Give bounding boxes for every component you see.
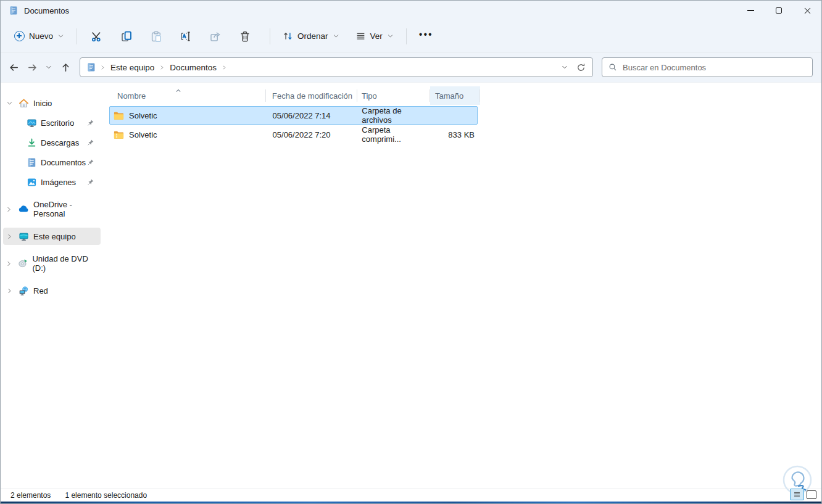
toolbar-separator bbox=[270, 28, 270, 44]
sidebar-item-este-equipo[interactable]: Este equipo bbox=[3, 228, 101, 245]
search-icon bbox=[608, 63, 617, 72]
breadcrumb-chevron-icon bbox=[100, 65, 106, 70]
copy-button[interactable] bbox=[114, 25, 139, 48]
network-icon bbox=[19, 286, 29, 296]
breadcrumb-documentos[interactable]: Documentos bbox=[168, 63, 218, 72]
sidebar-item-dvd-drive[interactable]: Unidad de DVD (D:) bbox=[3, 255, 101, 272]
items-count: 2 elementos bbox=[10, 491, 51, 500]
this-pc-icon bbox=[19, 231, 29, 242]
file-row-solvetic-folder[interactable]: Solvetic 05/06/2022 7:14 Carpeta de arch… bbox=[109, 106, 478, 125]
pin-icon bbox=[87, 139, 94, 146]
chevron-right-icon[interactable] bbox=[6, 233, 13, 240]
navigation-pane: Inicio Escritorio Descargas Documentos I… bbox=[1, 83, 103, 489]
search-input[interactable] bbox=[623, 63, 807, 72]
arrow-up-icon bbox=[60, 62, 71, 73]
search-box[interactable] bbox=[602, 57, 813, 77]
sidebar-item-escritorio[interactable]: Escritorio bbox=[3, 114, 101, 131]
file-name: Solvetic bbox=[129, 111, 157, 120]
sidebar-item-label: Inicio bbox=[33, 99, 52, 108]
breadcrumb-chevron-icon bbox=[222, 65, 227, 70]
trash-icon bbox=[239, 30, 251, 43]
desktop-icon bbox=[27, 118, 37, 128]
chevron-right-icon[interactable] bbox=[6, 206, 12, 213]
close-button[interactable] bbox=[793, 1, 821, 20]
column-header-tipo[interactable]: Tipo bbox=[357, 86, 430, 105]
refresh-icon bbox=[576, 63, 586, 72]
sort-button-label: Ordenar bbox=[297, 31, 328, 41]
column-header-nombre[interactable]: Nombre bbox=[109, 86, 266, 105]
cut-icon bbox=[91, 30, 103, 43]
minimize-button[interactable] bbox=[736, 1, 765, 20]
details-view-toggle[interactable] bbox=[790, 489, 804, 500]
pictures-icon bbox=[27, 177, 37, 188]
pin-icon bbox=[87, 119, 94, 126]
chevron-right-icon[interactable] bbox=[6, 287, 13, 294]
large-icons-view-toggle[interactable] bbox=[807, 490, 816, 499]
sidebar-item-label: Unidad de DVD (D:) bbox=[32, 254, 101, 273]
back-button[interactable] bbox=[4, 58, 23, 76]
arrow-left-icon bbox=[9, 62, 19, 73]
address-dropdown-button[interactable] bbox=[557, 59, 573, 75]
copy-icon bbox=[120, 30, 133, 43]
chevron-right-icon[interactable] bbox=[6, 260, 12, 267]
sidebar-item-imagenes[interactable]: Imágenes bbox=[3, 173, 101, 191]
arrow-right-icon bbox=[27, 62, 38, 73]
file-row-solvetic-zip[interactable]: Solvetic 05/06/2022 7:20 Carpeta comprim… bbox=[109, 125, 478, 144]
forward-button[interactable] bbox=[23, 58, 41, 76]
rename-icon bbox=[180, 30, 192, 43]
address-bar[interactable]: Este equipo Documentos bbox=[80, 57, 593, 77]
file-explorer-window: Documentos Nuevo Ordenar Ver bbox=[0, 0, 822, 504]
refresh-button[interactable] bbox=[573, 59, 589, 75]
sort-button[interactable]: Ordenar bbox=[278, 27, 344, 45]
zip-folder-icon bbox=[113, 129, 125, 141]
pin-icon bbox=[87, 178, 94, 186]
column-header-fecha[interactable]: Fecha de modificación bbox=[266, 86, 357, 105]
column-header-tamano[interactable]: Tamaño bbox=[430, 86, 480, 105]
close-icon bbox=[803, 6, 812, 15]
delete-button[interactable] bbox=[233, 25, 257, 48]
new-button-label: Nuevo bbox=[29, 31, 53, 41]
dvd-drive-icon bbox=[18, 258, 28, 268]
sidebar-item-label: Red bbox=[33, 286, 48, 295]
recent-locations-button[interactable] bbox=[41, 58, 56, 76]
maximize-icon bbox=[776, 7, 782, 14]
paste-icon bbox=[150, 30, 162, 43]
sidebar-item-documentos[interactable]: Documentos bbox=[3, 154, 101, 171]
file-type: Carpeta de archivos bbox=[357, 106, 430, 125]
document-icon bbox=[27, 157, 37, 168]
up-button[interactable] bbox=[56, 58, 75, 76]
title-bar: Documentos bbox=[1, 1, 821, 20]
desktop-edge-strip bbox=[1, 502, 821, 504]
rename-button[interactable] bbox=[173, 25, 198, 48]
address-row: Este equipo Documentos bbox=[1, 52, 821, 83]
chevron-down-icon bbox=[333, 33, 339, 39]
onedrive-cloud-icon bbox=[18, 204, 29, 215]
paste-button[interactable] bbox=[144, 25, 168, 48]
chevron-down-icon bbox=[57, 33, 64, 39]
sidebar-item-label: Escritorio bbox=[41, 118, 74, 128]
breadcrumb-este-equipo[interactable]: Este equipo bbox=[109, 63, 156, 72]
sidebar-item-red[interactable]: Red bbox=[3, 282, 101, 299]
sidebar-item-descargas[interactable]: Descargas bbox=[3, 134, 101, 151]
sort-icon bbox=[283, 31, 293, 41]
file-size: 833 KB bbox=[430, 130, 477, 139]
new-button[interactable]: Nuevo bbox=[9, 27, 69, 45]
plus-circle-icon bbox=[14, 31, 25, 41]
file-date: 05/06/2022 7:14 bbox=[267, 111, 358, 120]
ellipsis-icon: ••• bbox=[419, 29, 433, 44]
share-button[interactable] bbox=[203, 25, 228, 48]
view-button[interactable]: Ver bbox=[351, 27, 399, 45]
sidebar-item-label: OneDrive - Personal bbox=[33, 200, 101, 218]
maximize-button[interactable] bbox=[765, 1, 793, 20]
column-headers: Nombre Fecha de modificación Tipo Tamaño bbox=[109, 86, 821, 105]
home-icon bbox=[19, 98, 29, 109]
chevron-down-icon bbox=[387, 33, 394, 39]
toolbar-separator bbox=[406, 28, 407, 44]
sidebar-item-inicio[interactable]: Inicio bbox=[3, 94, 101, 112]
chevron-down-icon[interactable] bbox=[6, 100, 13, 107]
content-area: Inicio Escritorio Descargas Documentos I… bbox=[1, 83, 821, 489]
more-options-button[interactable]: ••• bbox=[414, 25, 438, 48]
cut-button[interactable] bbox=[85, 25, 109, 48]
view-lines-icon bbox=[355, 31, 366, 41]
sidebar-item-onedrive[interactable]: OneDrive - Personal bbox=[3, 200, 101, 218]
